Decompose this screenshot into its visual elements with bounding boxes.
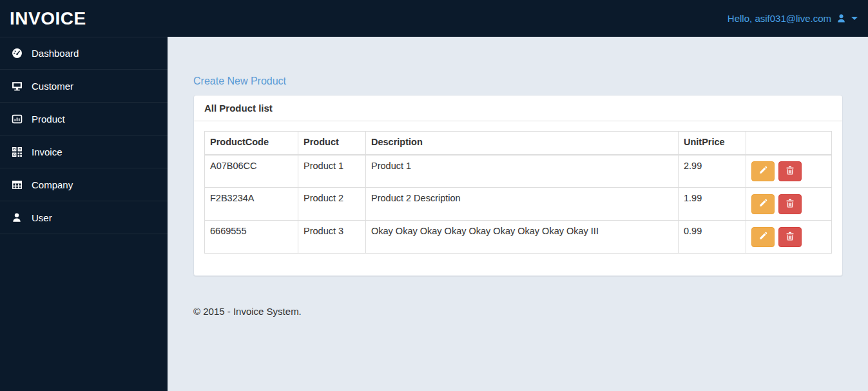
sidebar-item-label: Customer: [32, 81, 73, 92]
table-row: 6669555 Product 3 Okay Okay Okay Okay Ok…: [205, 221, 832, 254]
sidebar-item-company[interactable]: Company: [0, 168, 168, 201]
pencil-icon: [758, 166, 767, 177]
actions-cell: [746, 155, 832, 188]
sidebar-item-label: Dashboard: [32, 48, 79, 59]
delete-button[interactable]: [778, 194, 802, 214]
sidebar-item-label: Invoice: [32, 146, 63, 157]
sidebar-item-label: Product: [32, 114, 65, 125]
pencil-icon: [758, 232, 767, 243]
header-actions: [746, 132, 832, 155]
panel-title: All Product list: [194, 95, 842, 121]
product-list-panel: All Product list ProductCode Product Des…: [193, 95, 843, 276]
main-content: Create New Product All Product list Prod…: [168, 37, 868, 391]
edit-button[interactable]: [751, 194, 775, 214]
pencil-icon: [758, 199, 767, 210]
user-greeting-link[interactable]: Hello, asif031@live.com: [728, 13, 831, 24]
description-cell: Okay Okay Okay Okay Okay Okay Okay Okay …: [366, 221, 679, 254]
header-product: Product: [298, 132, 366, 155]
product-cell: Product 1: [298, 155, 366, 188]
sidebar-item-customer[interactable]: Customer: [0, 70, 168, 103]
description-cell: Product 1: [366, 155, 679, 188]
user-icon: [10, 212, 24, 223]
sidebar-item-label: Company: [32, 179, 73, 190]
description-cell: Product 2 Description: [366, 188, 679, 221]
copyright-footer: © 2015 - Invoice System.: [193, 306, 843, 317]
table-grid-icon: [10, 179, 24, 190]
actions-cell: [746, 221, 832, 254]
actions-cell: [746, 188, 832, 221]
product-cell: Product 2: [298, 188, 366, 221]
user-icon: [836, 14, 846, 23]
delete-button[interactable]: [778, 227, 802, 247]
table-row: A07B06CC Product 1 Product 1 2.99: [205, 155, 832, 188]
product-cell: Product 3: [298, 221, 366, 254]
product-code-cell: F2B3234A: [205, 188, 298, 221]
header-product-code: ProductCode: [205, 132, 298, 155]
panel-body: ProductCode Product Description UnitPric…: [194, 121, 842, 276]
desktop-icon: [10, 81, 24, 92]
trash-icon: [786, 166, 795, 177]
product-table: ProductCode Product Description UnitPric…: [204, 131, 832, 254]
table-row: F2B3234A Product 2 Product 2 Description…: [205, 188, 832, 221]
user-menu[interactable]: Hello, asif031@live.com: [728, 13, 868, 24]
trash-icon: [786, 199, 795, 210]
edit-button[interactable]: [751, 227, 775, 247]
qrcode-icon: [10, 146, 24, 157]
create-new-product-link[interactable]: Create New Product: [193, 75, 286, 87]
product-code-cell: A07B06CC: [205, 155, 298, 188]
sidebar-item-label: User: [32, 212, 52, 223]
app-brand: INVOICE: [0, 8, 86, 29]
sidebar-item-product[interactable]: Product: [0, 103, 168, 135]
unit-price-cell: 1.99: [679, 188, 746, 221]
sidebar-item-dashboard[interactable]: Dashboard: [0, 37, 168, 70]
sidebar-item-user[interactable]: User: [0, 201, 168, 234]
sidebar-item-invoice[interactable]: Invoice: [0, 135, 168, 168]
header-description: Description: [366, 132, 679, 155]
sidebar-nav: Dashboard Customer Product: [0, 37, 168, 391]
trash-icon: [786, 232, 795, 243]
chevron-down-icon: [851, 17, 858, 20]
product-code-cell: 6669555: [205, 221, 298, 254]
unit-price-cell: 0.99: [679, 221, 746, 254]
delete-button[interactable]: [778, 161, 802, 181]
top-navbar: INVOICE Hello, asif031@live.com: [0, 0, 868, 37]
edit-button[interactable]: [751, 161, 775, 181]
unit-price-cell: 2.99: [679, 155, 746, 188]
bar-chart-icon: [10, 114, 24, 125]
header-unit-price: UnitPrice: [679, 132, 746, 155]
dashboard-gauge-icon: [10, 48, 24, 59]
table-header-row: ProductCode Product Description UnitPric…: [205, 132, 832, 155]
